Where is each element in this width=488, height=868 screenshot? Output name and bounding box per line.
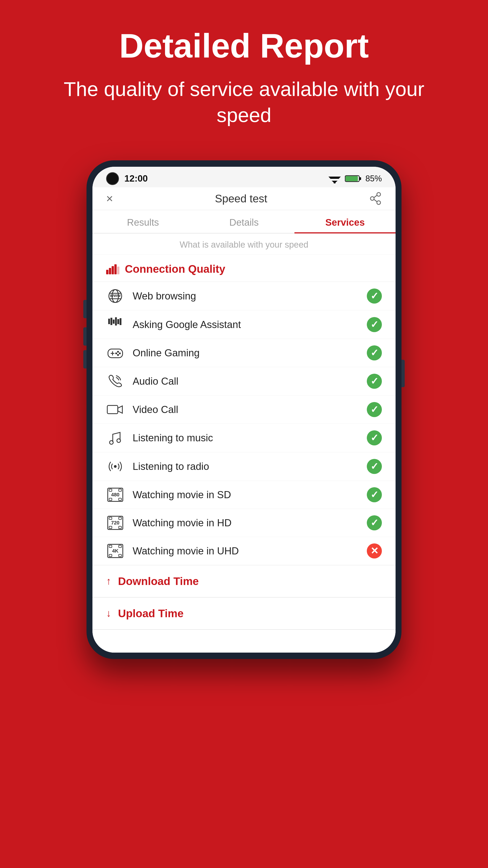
service-icon-radio <box>106 459 124 474</box>
svg-point-31 <box>117 351 119 353</box>
svg-point-9 <box>377 201 381 205</box>
download-arrow-icon: ↑ <box>106 576 111 587</box>
svg-point-36 <box>109 441 113 444</box>
phone-screen: 12:00 85% <box>92 167 396 653</box>
phone-container: 12:00 85% <box>87 160 401 659</box>
hero-subtitle: The quality of service available with yo… <box>50 76 438 128</box>
wifi-icon <box>328 174 341 183</box>
service-item-music: Listening to music ✓ <box>92 424 396 452</box>
svg-text:www: www <box>110 293 121 298</box>
status-radio: ✓ <box>367 459 382 474</box>
upload-time-section[interactable]: ↓ Upload Time <box>92 597 396 629</box>
app-bar: × Speed test <box>92 187 396 210</box>
share-icon[interactable] <box>369 192 382 205</box>
svg-rect-53 <box>119 545 122 548</box>
service-label-video-call: Video Call <box>133 404 359 415</box>
service-icon-video <box>106 403 124 416</box>
upload-time-title: Upload Time <box>118 607 184 620</box>
tabs: Results Details Services <box>92 210 396 234</box>
status-music: ✓ <box>367 430 382 445</box>
tab-details[interactable]: Details <box>194 210 295 233</box>
svg-rect-14 <box>111 266 114 274</box>
status-web-browsing: ✓ <box>367 288 382 304</box>
service-icon-film-sd: 480 <box>106 487 124 502</box>
status-movie-hd: ✓ <box>367 515 382 530</box>
service-label-online-gaming: Online Gaming <box>133 347 359 359</box>
hero-section: Detailed Report The quality of service a… <box>0 0 488 147</box>
hero-title: Detailed Report <box>119 27 369 65</box>
svg-point-38 <box>114 465 117 468</box>
svg-rect-49 <box>119 526 122 529</box>
status-online-gaming: ✓ <box>367 345 382 361</box>
svg-point-7 <box>377 192 381 196</box>
service-label-web-browsing: Web browsing <box>133 290 359 302</box>
svg-point-32 <box>119 352 121 354</box>
svg-rect-26 <box>117 319 119 324</box>
svg-rect-25 <box>115 317 117 326</box>
connection-quality-header: Connection Quality <box>92 254 396 282</box>
status-audio-call: ✓ <box>367 374 382 389</box>
svg-rect-35 <box>107 405 118 414</box>
status-bar: 12:00 85% <box>92 167 396 187</box>
tab-results[interactable]: Results <box>92 210 194 233</box>
svg-line-11 <box>374 199 377 202</box>
status-icons: 85% <box>328 174 382 183</box>
svg-rect-42 <box>109 498 112 500</box>
service-list: www Web browsing ✓ <box>92 282 396 565</box>
svg-rect-54 <box>109 554 112 557</box>
svg-rect-27 <box>120 318 122 325</box>
service-label-audio-call: Audio Call <box>133 375 359 387</box>
service-label-music: Listening to music <box>133 432 359 443</box>
svg-rect-46 <box>109 517 112 520</box>
service-item-online-gaming: Online Gaming ✓ <box>92 339 396 367</box>
status-time: 12:00 <box>124 174 148 184</box>
svg-rect-40 <box>109 489 112 491</box>
status-movie-uhd: ✕ <box>367 544 382 558</box>
svg-rect-12 <box>106 270 108 274</box>
service-item-movie-sd: 480 Watching movie in SD ✓ <box>92 481 396 509</box>
svg-point-37 <box>117 439 121 442</box>
svg-rect-55 <box>119 554 122 557</box>
status-google-assistant: ✓ <box>367 317 382 332</box>
svg-rect-48 <box>109 526 112 529</box>
app-title: Speed test <box>215 192 267 205</box>
download-time-section[interactable]: ↑ Download Time <box>92 565 396 597</box>
service-icon-web: www <box>106 288 124 304</box>
service-item-video-call: Video Call ✓ <box>92 396 396 424</box>
service-icon-phone <box>106 373 124 389</box>
service-icon-film-hd: 720 <box>106 515 124 530</box>
bottom-filler <box>92 630 396 653</box>
service-label-google-assistant: Asking Google Assistant <box>133 319 359 330</box>
service-label-movie-sd: Watching movie in SD <box>133 489 359 500</box>
svg-rect-6 <box>346 176 358 181</box>
service-label-movie-hd: Watching movie in HD <box>133 517 359 529</box>
svg-rect-15 <box>115 264 117 274</box>
svg-rect-43 <box>119 498 122 500</box>
front-camera <box>106 172 119 185</box>
svg-text:480: 480 <box>111 492 120 497</box>
status-video-call: ✓ <box>367 402 382 417</box>
upload-arrow-icon: ↓ <box>106 608 111 619</box>
download-time-title: Download Time <box>118 575 199 588</box>
svg-rect-24 <box>113 319 115 324</box>
svg-point-33 <box>117 354 119 356</box>
service-item-web-browsing: www Web browsing ✓ <box>92 282 396 310</box>
svg-line-10 <box>374 195 377 197</box>
phone-outer: 12:00 85% <box>87 160 401 659</box>
service-label-movie-uhd: Watching movie in UHD <box>133 545 359 557</box>
svg-point-34 <box>115 352 117 354</box>
service-icon-music <box>106 430 124 446</box>
service-icon-mic <box>106 317 124 332</box>
svg-rect-13 <box>109 268 111 274</box>
svg-rect-16 <box>117 267 119 274</box>
connection-quality-title: Connection Quality <box>125 263 225 275</box>
service-item-movie-hd: 720 Watching movie in HD ✓ <box>92 509 396 537</box>
tab-services[interactable]: Services <box>294 210 396 233</box>
svg-rect-52 <box>109 545 112 548</box>
battery-percent: 85% <box>365 174 382 183</box>
close-button[interactable]: × <box>106 192 113 205</box>
signal-icon <box>106 264 119 274</box>
battery-icon <box>345 174 361 183</box>
service-label-radio: Listening to radio <box>133 461 359 472</box>
service-item-radio: Listening to radio ✓ <box>92 452 396 481</box>
